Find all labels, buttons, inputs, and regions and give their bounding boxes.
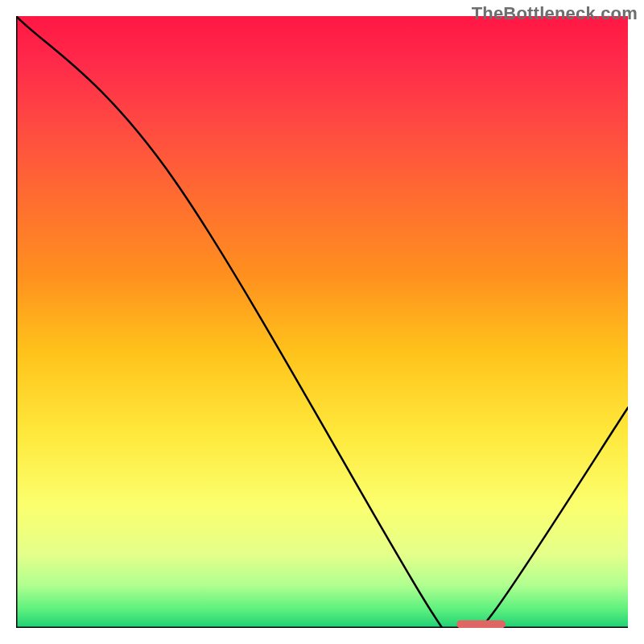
bottleneck-chart [16, 16, 628, 628]
plot-background [16, 16, 628, 628]
optimal-marker [456, 620, 506, 628]
watermark-text: TheBottleneck.com [472, 3, 638, 24]
chart-svg [16, 16, 628, 628]
